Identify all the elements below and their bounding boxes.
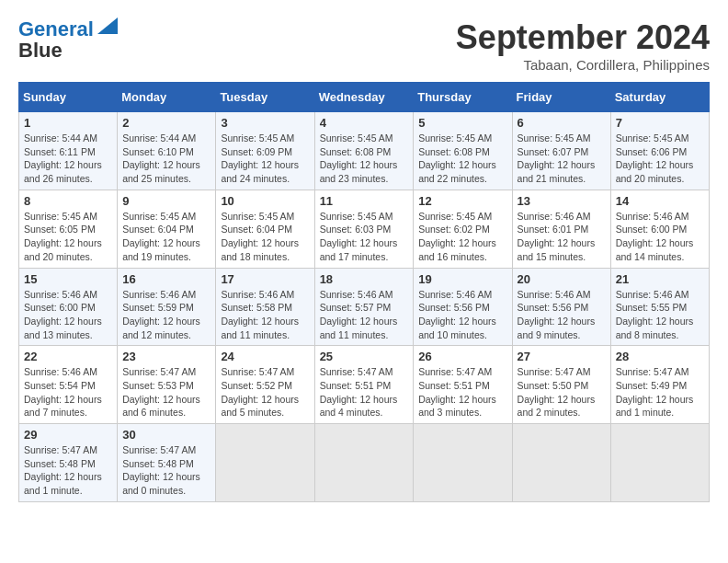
col-friday: Friday <box>512 83 610 112</box>
day-info: Sunrise: 5:44 AMSunset: 6:11 PMDaylight:… <box>24 132 102 184</box>
title-area: September 2024 Tabaan, Cordillera, Phili… <box>456 18 710 73</box>
calendar-cell: 27 Sunrise: 5:47 AMSunset: 5:50 PMDaylig… <box>512 346 610 424</box>
day-number: 19 <box>418 272 506 286</box>
day-number: 17 <box>221 272 309 286</box>
day-number: 4 <box>320 116 409 130</box>
day-info: Sunrise: 5:45 AMSunset: 6:03 PMDaylight:… <box>320 211 398 262</box>
day-info: Sunrise: 5:45 AMSunset: 6:05 PMDaylight:… <box>24 211 102 262</box>
col-saturday: Saturday <box>610 83 709 112</box>
calendar-cell: 8 Sunrise: 5:45 AMSunset: 6:05 PMDayligh… <box>19 190 118 268</box>
calendar-cell: 30 Sunrise: 5:47 AMSunset: 5:48 PMDaylig… <box>118 424 216 502</box>
calendar-cell: 23 Sunrise: 5:47 AMSunset: 5:53 PMDaylig… <box>118 346 216 424</box>
week-row-1: 8 Sunrise: 5:45 AMSunset: 6:05 PMDayligh… <box>19 190 710 268</box>
day-number: 10 <box>221 194 309 208</box>
calendar-cell: 1 Sunrise: 5:44 AMSunset: 6:11 PMDayligh… <box>19 112 118 190</box>
calendar-cell: 15 Sunrise: 5:46 AMSunset: 6:00 PMDaylig… <box>19 268 118 346</box>
col-sunday: Sunday <box>19 83 118 112</box>
day-info: Sunrise: 5:46 AMSunset: 5:59 PMDaylight:… <box>122 289 200 340</box>
day-info: Sunrise: 5:47 AMSunset: 5:48 PMDaylight:… <box>122 444 200 496</box>
day-info: Sunrise: 5:45 AMSunset: 6:06 PMDaylight:… <box>616 132 694 184</box>
day-info: Sunrise: 5:47 AMSunset: 5:50 PMDaylight:… <box>518 366 596 418</box>
day-info: Sunrise: 5:46 AMSunset: 5:55 PMDaylight:… <box>616 289 694 340</box>
day-number: 24 <box>221 350 309 363</box>
day-number: 29 <box>24 428 112 442</box>
calendar-cell: 17 Sunrise: 5:46 AMSunset: 5:58 PMDaylig… <box>216 268 314 346</box>
calendar-cell: 19 Sunrise: 5:46 AMSunset: 5:56 PMDaylig… <box>414 268 512 346</box>
day-number: 30 <box>122 428 210 442</box>
day-number: 14 <box>616 194 704 208</box>
logo-blue: Blue <box>18 39 63 63</box>
calendar-cell: 24 Sunrise: 5:47 AMSunset: 5:52 PMDaylig… <box>216 346 314 424</box>
calendar-cell: 2 Sunrise: 5:44 AMSunset: 6:10 PMDayligh… <box>118 112 216 190</box>
logo: General Blue <box>18 18 118 63</box>
calendar-cell: 4 Sunrise: 5:45 AMSunset: 6:08 PMDayligh… <box>314 112 414 190</box>
day-number: 16 <box>122 272 210 286</box>
day-number: 27 <box>518 350 606 363</box>
day-info: Sunrise: 5:45 AMSunset: 6:04 PMDaylight:… <box>122 211 200 262</box>
col-wednesday: Wednesday <box>314 83 414 112</box>
header: General Blue September 2024 Tabaan, Cord… <box>18 18 710 73</box>
subtitle: Tabaan, Cordillera, Philippines <box>456 57 710 73</box>
day-info: Sunrise: 5:46 AMSunset: 5:54 PMDaylight:… <box>24 366 102 418</box>
logo-icon <box>97 17 118 34</box>
day-info: Sunrise: 5:45 AMSunset: 6:04 PMDaylight:… <box>221 211 299 262</box>
day-info: Sunrise: 5:46 AMSunset: 6:00 PMDaylight:… <box>24 289 102 340</box>
calendar-cell: 10 Sunrise: 5:45 AMSunset: 6:04 PMDaylig… <box>216 190 314 268</box>
header-row: Sunday Monday Tuesday Wednesday Thursday… <box>19 83 710 112</box>
calendar-cell <box>414 424 512 502</box>
day-number: 21 <box>616 272 704 286</box>
calendar-cell: 7 Sunrise: 5:45 AMSunset: 6:06 PMDayligh… <box>610 112 709 190</box>
week-row-3: 22 Sunrise: 5:46 AMSunset: 5:54 PMDaylig… <box>19 346 710 424</box>
day-info: Sunrise: 5:44 AMSunset: 6:10 PMDaylight:… <box>122 132 200 184</box>
calendar-cell: 21 Sunrise: 5:46 AMSunset: 5:55 PMDaylig… <box>610 268 709 346</box>
day-number: 6 <box>518 116 606 130</box>
calendar-cell: 5 Sunrise: 5:45 AMSunset: 6:08 PMDayligh… <box>414 112 512 190</box>
day-info: Sunrise: 5:45 AMSunset: 6:09 PMDaylight:… <box>221 132 299 184</box>
day-number: 2 <box>122 116 210 130</box>
day-info: Sunrise: 5:46 AMSunset: 6:00 PMDaylight:… <box>616 211 694 262</box>
day-info: Sunrise: 5:47 AMSunset: 5:52 PMDaylight:… <box>221 366 299 418</box>
calendar-cell <box>314 424 414 502</box>
month-title: September 2024 <box>456 18 710 57</box>
calendar-table: Sunday Monday Tuesday Wednesday Thursday… <box>18 82 710 502</box>
day-number: 26 <box>418 350 506 363</box>
day-info: Sunrise: 5:46 AMSunset: 6:01 PMDaylight:… <box>518 211 596 262</box>
col-tuesday: Tuesday <box>216 83 314 112</box>
calendar-cell: 3 Sunrise: 5:45 AMSunset: 6:09 PMDayligh… <box>216 112 314 190</box>
week-row-0: 1 Sunrise: 5:44 AMSunset: 6:11 PMDayligh… <box>19 112 710 190</box>
calendar-cell: 22 Sunrise: 5:46 AMSunset: 5:54 PMDaylig… <box>19 346 118 424</box>
day-info: Sunrise: 5:46 AMSunset: 5:56 PMDaylight:… <box>518 289 596 340</box>
day-info: Sunrise: 5:47 AMSunset: 5:51 PMDaylight:… <box>320 366 398 418</box>
day-info: Sunrise: 5:45 AMSunset: 6:08 PMDaylight:… <box>320 132 398 184</box>
day-number: 25 <box>320 350 409 363</box>
calendar-cell: 12 Sunrise: 5:45 AMSunset: 6:02 PMDaylig… <box>414 190 512 268</box>
day-number: 1 <box>24 116 112 130</box>
day-info: Sunrise: 5:47 AMSunset: 5:49 PMDaylight:… <box>616 366 694 418</box>
day-info: Sunrise: 5:45 AMSunset: 6:07 PMDaylight:… <box>518 132 596 184</box>
calendar-cell: 28 Sunrise: 5:47 AMSunset: 5:49 PMDaylig… <box>610 346 709 424</box>
day-info: Sunrise: 5:47 AMSunset: 5:48 PMDaylight:… <box>24 444 102 496</box>
week-row-2: 15 Sunrise: 5:46 AMSunset: 6:00 PMDaylig… <box>19 268 710 346</box>
day-info: Sunrise: 5:45 AMSunset: 6:02 PMDaylight:… <box>418 211 496 262</box>
day-number: 15 <box>24 272 112 286</box>
day-info: Sunrise: 5:47 AMSunset: 5:53 PMDaylight:… <box>122 366 200 418</box>
calendar-cell: 18 Sunrise: 5:46 AMSunset: 5:57 PMDaylig… <box>314 268 414 346</box>
calendar-cell: 29 Sunrise: 5:47 AMSunset: 5:48 PMDaylig… <box>19 424 118 502</box>
day-number: 8 <box>24 194 112 208</box>
day-info: Sunrise: 5:47 AMSunset: 5:51 PMDaylight:… <box>418 366 496 418</box>
calendar-cell: 16 Sunrise: 5:46 AMSunset: 5:59 PMDaylig… <box>118 268 216 346</box>
day-number: 12 <box>418 194 506 208</box>
calendar-cell: 13 Sunrise: 5:46 AMSunset: 6:01 PMDaylig… <box>512 190 610 268</box>
day-number: 23 <box>122 350 210 363</box>
day-number: 11 <box>320 194 409 208</box>
day-number: 22 <box>24 350 112 363</box>
day-number: 5 <box>418 116 506 130</box>
calendar-cell: 11 Sunrise: 5:45 AMSunset: 6:03 PMDaylig… <box>314 190 414 268</box>
calendar-cell: 25 Sunrise: 5:47 AMSunset: 5:51 PMDaylig… <box>314 346 414 424</box>
day-number: 7 <box>616 116 704 130</box>
svg-marker-0 <box>97 17 118 34</box>
calendar-cell: 20 Sunrise: 5:46 AMSunset: 5:56 PMDaylig… <box>512 268 610 346</box>
calendar-cell <box>610 424 709 502</box>
calendar-cell <box>216 424 314 502</box>
day-number: 20 <box>518 272 606 286</box>
